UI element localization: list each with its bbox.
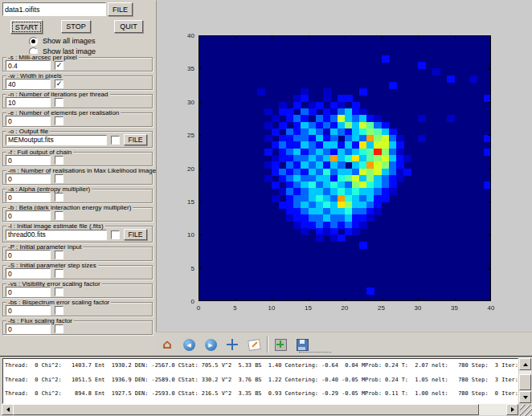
param-checkbox--b[interactable] [55,211,63,220]
zoom-pencil-shape [252,341,257,347]
data-file-browse-button[interactable]: FILE [108,2,133,16]
quit-button[interactable]: QUIT [114,20,143,33]
log-line: Thread: 0 Chi^2: 1403.7 Ent 1930.2 DEN: … [3,359,518,373]
x-tick-label-30: 30 [411,304,424,312]
x-tick-label-35: 35 [448,304,461,312]
param-frame--fs: -fs : Flux scaling factor [2,320,153,335]
matplotlib-figure: 05101520253035400510152025303540 [156,0,532,332]
home-icon[interactable]: ⌂ [160,337,174,352]
save-icon[interactable] [295,337,309,352]
forward-icon[interactable]: ▶ [203,337,218,352]
toolbar-separator [267,336,268,353]
param-entry--P[interactable] [6,250,51,260]
down-triangle-icon [523,396,528,399]
zoom-rect-icon[interactable] [247,337,261,352]
param-checkbox--f[interactable] [55,156,63,165]
param-frame--i: -i : Initial image estimate file (.fits)… [2,226,153,243]
start-button[interactable]: START [10,20,43,34]
param-checkbox--S[interactable] [55,269,63,278]
horizontal-scroll-thumb[interactable] [13,404,479,415]
pan-cross-horizontal [227,344,238,345]
param-checkbox--m[interactable] [55,174,63,183]
subplots-icon[interactable] [273,337,288,352]
x-tick-label-40: 40 [485,304,497,312]
scroll-left-button[interactable] [2,404,14,415]
scroll-up-button[interactable] [519,358,531,370]
param-frame--m: -m : Number of realisations in Max Likel… [2,170,153,185]
pan-icon[interactable] [225,337,239,352]
application-window: FILE START STOP QUIT Show all imagesShow… [0,0,532,416]
stop-button[interactable]: STOP [61,20,91,33]
horizontal-scrollbar[interactable] [2,404,518,415]
param-entry--vs[interactable] [6,287,51,297]
forward-arrow-glyph: ▶ [205,339,217,351]
param-checkbox--w[interactable]: ✓ [55,80,63,88]
param-frame--e: -e : Number of elements per realisation [2,112,153,127]
param-entry--fs[interactable] [6,324,51,334]
floppy-shutter [300,340,305,344]
y-tick-label-30: 30 [177,99,194,106]
param-entry--e[interactable] [6,116,51,126]
x-tick-label-25: 25 [375,304,388,312]
radio-label: Show all images [43,37,96,45]
subplots-box-shape [275,339,287,351]
param-checkbox--bs[interactable] [55,306,63,315]
heatmap-image [198,35,491,301]
up-triangle-icon [523,363,528,366]
scroll-down-button[interactable] [519,391,531,403]
plot-toolbar: ⌂ ◀ ▶ [156,332,532,357]
param-checkbox--s[interactable]: ✓ [55,61,63,70]
y-tick-label-15: 15 [177,198,194,206]
param-entry--i[interactable] [6,230,107,240]
radio-show-all-images[interactable]: Show all images [29,36,96,46]
param-entry--s[interactable] [6,60,51,71]
param-entry--m[interactable] [6,173,51,184]
param-entry--f[interactable] [6,155,51,165]
param-frame--vs: -vs : Visibility error scaling factor [2,283,153,298]
param-frame--n: -n : Number of iterations per thread [2,94,153,108]
param-entry--a[interactable] [6,192,51,202]
param-file-button--i[interactable]: FILE [124,229,147,240]
control-panel: FILE START STOP QUIT Show all imagesShow… [0,0,155,356]
left-triangle-icon [6,407,10,412]
param-checkbox--a[interactable] [55,193,63,202]
radio-circle-icon[interactable] [29,37,38,46]
x-tick-label-10: 10 [265,304,278,312]
param-frame--w: -w : Width in pixels✓ [2,75,153,90]
param-frame--s: -s : Milli-arcsec per pixel✓ [2,57,153,71]
back-icon[interactable]: ◀ [182,337,196,352]
resize-grip[interactable] [520,405,532,416]
x-tick-label-0: 0 [192,304,205,312]
param-entry--n[interactable] [6,97,51,108]
vertical-scroll-thumb[interactable] [519,374,531,390]
param-entry--S[interactable] [6,268,51,279]
home-glyph: ⌂ [162,338,171,351]
param-frame--o: -o : Output fileFILE [2,131,153,148]
y-tick-label-5: 5 [177,265,194,272]
subplots-arrow-v [280,341,281,348]
y-tick-label-40: 40 [177,32,194,39]
floppy-label [298,347,305,350]
param-file-button--o[interactable]: FILE [124,134,147,145]
param-entry--b[interactable] [6,210,51,221]
param-checkbox--o[interactable] [111,136,120,145]
param-checkbox--n[interactable] [55,98,63,107]
param-checkbox--e[interactable] [55,116,63,125]
vertical-scrollbar[interactable] [519,358,531,403]
y-tick-label-10: 10 [177,231,194,239]
param-checkbox--i[interactable] [111,230,120,239]
param-checkbox--P[interactable] [55,251,63,259]
back-arrow-glyph: ◀ [183,339,195,351]
param-frame--S: -S : Initial parameter step sizes [2,265,153,279]
y-tick-label-20: 20 [177,165,194,173]
param-entry--o[interactable] [6,135,107,145]
param-checkbox--vs[interactable] [55,288,63,296]
param-checkbox--fs[interactable] [55,324,63,333]
scroll-right-button[interactable] [506,404,518,415]
param-entry--bs[interactable] [6,305,51,316]
param-entry--w[interactable] [6,79,51,89]
log-output: Thread: 0 Chi^2: 1403.7 Ent 1930.2 DEN: … [2,358,518,404]
x-tick-label-15: 15 [302,304,315,312]
parameter-frames: -s : Milli-arcsec per pixel✓-w : Width i… [0,53,155,336]
data-file-input[interactable] [2,2,106,16]
